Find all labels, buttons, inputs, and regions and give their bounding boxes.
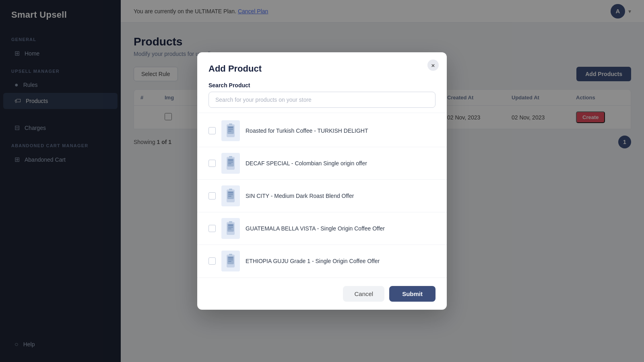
product-checkbox[interactable] [208,257,216,265]
svg-rect-3 [228,129,233,130]
svg-rect-26 [228,257,233,259]
svg-rect-28 [228,261,231,262]
add-product-modal: Add Product × Search Product Roasted for… [197,52,447,310]
cancel-button[interactable]: Cancel [343,286,384,302]
svg-rect-22 [228,228,231,229]
modal-footer: Cancel Submit [197,278,447,310]
modal-title: Add Product [208,64,436,74]
product-item[interactable]: GUATEMALA BELLA VISTA - Single Origin Co… [197,212,447,245]
product-name: DECAF SPECIAL - Colombian Single origin … [246,160,436,167]
product-item[interactable]: Roasted for Turkish Coffee - TURKISH DEL… [197,115,447,147]
svg-rect-4 [228,131,231,132]
svg-rect-29 [229,254,232,255]
svg-rect-10 [228,163,231,164]
search-input[interactable] [208,92,436,108]
modal-overlay[interactable]: Add Product × Search Product Roasted for… [0,0,644,362]
product-item[interactable]: DECAF SPECIAL - Colombian Single origin … [197,147,447,180]
product-name: ETHIOPIA GUJU Grade 1 - Single Origin Co… [246,258,436,264]
svg-rect-23 [229,221,232,223]
product-checkbox[interactable] [208,225,216,232]
svg-rect-14 [228,192,233,193]
close-button[interactable]: × [427,60,439,71]
submit-button[interactable]: Submit [389,286,436,302]
product-image [221,120,240,141]
modal-header: Add Product × Search Product [197,52,447,111]
product-image [221,218,240,239]
product-checkbox[interactable] [208,127,216,134]
product-name: Roasted for Turkish Coffee - TURKISH DEL… [246,128,436,134]
product-name: SIN CITY - Medium Dark Roast Blend Offer [246,193,436,199]
product-image [221,185,240,206]
svg-rect-9 [228,162,233,162]
svg-rect-21 [228,227,233,228]
product-list: Roasted for Turkish Coffee - TURKISH DEL… [197,113,447,278]
product-checkbox[interactable] [208,160,216,167]
svg-rect-2 [228,127,233,128]
svg-rect-11 [229,156,232,158]
product-image [221,251,240,272]
product-checkbox[interactable] [208,192,216,200]
product-item[interactable]: SIN CITY - Medium Dark Roast Blend Offer [197,180,447,212]
product-item[interactable]: ETHIOPIA GUJU Grade 1 - Single Origin Co… [197,245,447,277]
svg-rect-17 [229,189,232,190]
svg-rect-5 [229,123,232,125]
svg-rect-8 [228,159,233,161]
svg-rect-20 [228,224,233,226]
search-label: Search Product [208,82,436,88]
svg-rect-16 [228,196,231,197]
svg-rect-15 [228,194,233,195]
svg-rect-27 [228,259,233,260]
product-image [221,153,240,174]
product-name: GUATEMALA BELLA VISTA - Single Origin Co… [246,225,436,232]
